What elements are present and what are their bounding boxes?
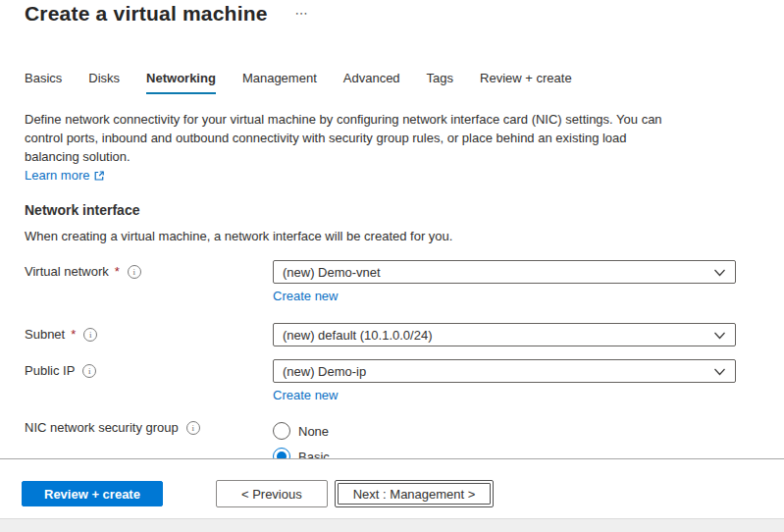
subnet-label-group: Subnet* [25, 323, 273, 342]
network-interface-form: Virtual network* (new) Demo-vnet Create … [25, 260, 784, 458]
radio-unselected-icon [273, 422, 290, 440]
section-description: When creating a virtual machine, a netwo… [25, 229, 784, 243]
subnet-label: Subnet [25, 327, 65, 342]
public-ip-select[interactable]: (new) Demo-ip [273, 359, 736, 383]
review-create-button[interactable]: Review + create [22, 481, 163, 506]
nic-nsg-label-group: NIC network security group [25, 416, 273, 435]
virtual-network-label-group: Virtual network* [25, 260, 273, 279]
learn-more-label: Learn more [25, 168, 89, 183]
info-icon[interactable] [83, 328, 97, 342]
radio-selected-icon [273, 448, 290, 458]
required-asterisk: * [115, 264, 120, 279]
nic-nsg-option-none-label: None [298, 424, 329, 439]
virtual-network-label: Virtual network [25, 264, 109, 279]
footer-bar: Review + create < Previous Next : Manage… [0, 459, 784, 532]
nic-nsg-radio-group: None Basic Advanced [273, 416, 736, 458]
tab-disks[interactable]: Disks [88, 71, 120, 94]
subnet-control: (new) default (10.1.0.0/24) [273, 323, 736, 346]
spacer [25, 403, 784, 416]
intro-text: Define network connectivity for your vir… [25, 110, 674, 166]
virtual-network-select[interactable]: (new) Demo-vnet [273, 260, 736, 284]
info-icon[interactable] [186, 421, 200, 435]
public-ip-value: (new) Demo-ip [283, 364, 366, 379]
tab-advanced[interactable]: Advanced [343, 71, 400, 94]
virtual-network-control: (new) Demo-vnet Create new [273, 260, 736, 304]
next-button-focus-ring: Next : Management > [335, 480, 495, 507]
subnet-value: (new) default (10.1.0.0/24) [283, 328, 432, 343]
public-ip-label: Public IP [25, 363, 75, 378]
tab-bar: Basics Disks Networking Management Advan… [25, 71, 784, 94]
tab-tags[interactable]: Tags [427, 71, 453, 94]
subnet-row: Subnet* (new) default (10.1.0.0/24) [25, 323, 784, 346]
virtual-network-value: (new) Demo-vnet [283, 265, 381, 280]
public-ip-create-new-link[interactable]: Create new [273, 388, 338, 402]
tab-management[interactable]: Management [242, 71, 317, 94]
chevron-down-icon [713, 329, 726, 342]
chevron-down-icon [713, 365, 726, 378]
external-link-icon [93, 170, 105, 182]
nic-nsg-option-basic[interactable]: Basic [273, 444, 736, 458]
tab-networking[interactable]: Networking [146, 71, 216, 94]
spacer [25, 346, 784, 359]
blade-header: Create a virtual machine ⋯ [25, 2, 784, 26]
chevron-down-icon [713, 266, 726, 279]
nic-nsg-label: NIC network security group [25, 420, 179, 435]
tab-basics[interactable]: Basics [25, 71, 62, 94]
learn-more-link[interactable]: Learn more [25, 168, 105, 183]
nic-nsg-row: NIC network security group None Basic Ad… [25, 416, 784, 458]
subnet-select[interactable]: (new) default (10.1.0.0/24) [273, 323, 736, 346]
virtual-network-row: Virtual network* (new) Demo-vnet Create … [25, 260, 784, 304]
section-title: Network interface [25, 202, 784, 218]
info-icon[interactable] [82, 364, 96, 378]
next-management-button[interactable]: Next : Management > [338, 483, 492, 505]
public-ip-label-group: Public IP [25, 359, 273, 378]
virtual-network-create-new-link[interactable]: Create new [273, 289, 338, 303]
networking-tab-content: Create a virtual machine ⋯ Basics Disks … [0, 0, 784, 458]
info-icon[interactable] [128, 265, 141, 279]
spacer [25, 304, 784, 323]
public-ip-control: (new) Demo-ip Create new [273, 359, 736, 403]
nic-nsg-option-none[interactable]: None [273, 418, 736, 444]
create-vm-blade: Create a virtual machine ⋯ Basics Disks … [0, 0, 784, 532]
footer-buttons: Review + create < Previous Next : Manage… [22, 480, 784, 507]
more-options-button[interactable]: ⋯ [295, 6, 309, 21]
public-ip-row: Public IP (new) Demo-ip Create new [25, 359, 784, 403]
tab-review-create[interactable]: Review + create [480, 71, 572, 94]
page-title: Create a virtual machine [25, 2, 268, 26]
bottom-strip [0, 518, 784, 532]
nic-nsg-option-basic-label: Basic [298, 450, 330, 459]
required-asterisk: * [71, 327, 76, 342]
previous-button[interactable]: < Previous [216, 480, 328, 507]
